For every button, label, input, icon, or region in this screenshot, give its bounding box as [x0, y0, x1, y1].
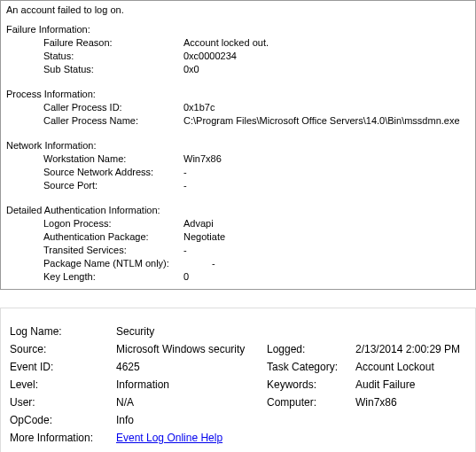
logon-process-row: Logon Process: Advapi	[6, 217, 470, 230]
computer-value: Win7x86	[355, 394, 466, 411]
workstation-value: Win7x86	[183, 152, 470, 166]
source-addr-label: Source Network Address:	[43, 166, 183, 179]
event-header: An account failed to log on.	[6, 4, 470, 15]
substatus-value: 0x0	[183, 63, 470, 76]
source-port-row: Source Port: -	[6, 179, 470, 192]
process-section-title: Process Information:	[6, 89, 470, 99]
caller-pname-label: Caller Process Name:	[43, 114, 183, 128]
empty	[267, 429, 355, 447]
transited-services-label: Transited Services:	[43, 244, 183, 257]
logname-row: Log Name: Security	[10, 323, 466, 340]
logon-process-label: Logon Process:	[43, 217, 183, 230]
logname-value: Security	[116, 323, 267, 340]
user-label: User:	[10, 394, 116, 411]
event-meta-panel: Log Name: Security Source: Microsoft Win…	[0, 308, 476, 452]
source-port-value: -	[183, 179, 470, 192]
moreinfo-row: More Information: Event Log Online Help	[10, 429, 466, 447]
keywords-value: Audit Failure	[355, 376, 466, 394]
caller-pname-value: C:\Program Files\Microsoft Office Server…	[183, 114, 470, 128]
keywords-label: Keywords:	[267, 376, 355, 394]
taskcat-value: Account Lockout	[355, 358, 466, 376]
source-row: Source: Microsoft Windows security Logge…	[10, 340, 466, 358]
status-label: Status:	[43, 50, 183, 63]
failure-reason-label: Failure Reason:	[43, 36, 183, 50]
moreinfo-label: More Information:	[10, 429, 116, 447]
source-port-label: Source Port:	[43, 179, 183, 192]
status-value: 0xc0000234	[183, 50, 470, 63]
source-addr-value: -	[183, 166, 470, 179]
source-value: Microsoft Windows security	[116, 340, 267, 358]
level-value: Information	[116, 376, 267, 394]
ntlm-package-label: Package Name (NTLM only):	[43, 257, 212, 270]
failure-section-title: Failure Information:	[6, 24, 470, 35]
computer-label: Computer:	[267, 394, 355, 411]
substatus-label: Sub Status:	[43, 63, 183, 76]
caller-pid-value: 0x1b7c	[183, 101, 470, 114]
opcode-value: Info	[116, 411, 267, 429]
event-log-online-help-link[interactable]: Event Log Online Help	[116, 432, 222, 444]
empty	[355, 429, 466, 447]
empty	[355, 323, 466, 340]
empty	[267, 411, 355, 429]
eventid-value: 4625	[116, 358, 267, 376]
workstation-label: Workstation Name:	[43, 152, 183, 166]
key-length-row: Key Length: 0	[6, 270, 470, 284]
eventid-label: Event ID:	[10, 358, 116, 376]
transited-services-value: -	[183, 244, 470, 257]
ntlm-package-row: Package Name (NTLM only): -	[6, 257, 470, 270]
substatus-row: Sub Status: 0x0	[6, 63, 470, 76]
event-description-panel: An account failed to log on. Failure Inf…	[0, 0, 476, 290]
opcode-label: OpCode:	[10, 411, 116, 429]
opcode-row: OpCode: Info	[10, 411, 466, 429]
user-row: User: N/A Computer: Win7x86	[10, 394, 466, 411]
empty	[355, 411, 466, 429]
logname-label: Log Name:	[10, 323, 116, 340]
logon-process-value: Advapi	[183, 217, 470, 230]
caller-pid-row: Caller Process ID: 0x1b7c	[6, 101, 470, 114]
level-row: Level: Information Keywords: Audit Failu…	[10, 376, 466, 394]
key-length-value: 0	[183, 270, 470, 284]
caller-pid-label: Caller Process ID:	[43, 101, 183, 114]
logged-label: Logged:	[267, 340, 355, 358]
auth-package-value: Negotiate	[183, 230, 470, 244]
failure-reason-row: Failure Reason: Account locked out.	[6, 36, 470, 50]
key-length-label: Key Length:	[43, 270, 183, 284]
auth-package-label: Authentication Package:	[43, 230, 183, 244]
empty	[267, 323, 355, 340]
source-label: Source:	[10, 340, 116, 358]
source-addr-row: Source Network Address: -	[6, 166, 470, 179]
ntlm-package-value: -	[212, 257, 470, 270]
failure-reason-value: Account locked out.	[183, 36, 470, 50]
taskcat-label: Task Category:	[267, 358, 355, 376]
logged-value: 2/13/2014 2:00:29 PM	[355, 340, 466, 358]
auth-section-title: Detailed Authentication Information:	[6, 205, 470, 215]
workstation-row: Workstation Name: Win7x86	[6, 152, 470, 166]
network-section-title: Network Information:	[6, 140, 470, 151]
level-label: Level:	[10, 376, 116, 394]
eventid-row: Event ID: 4625 Task Category: Account Lo…	[10, 358, 466, 376]
status-row: Status: 0xc0000234	[6, 50, 470, 63]
caller-pname-row: Caller Process Name: C:\Program Files\Mi…	[6, 114, 470, 128]
auth-package-row: Authentication Package: Negotiate	[6, 230, 470, 244]
transited-services-row: Transited Services: -	[6, 244, 470, 257]
user-value: N/A	[116, 394, 267, 411]
